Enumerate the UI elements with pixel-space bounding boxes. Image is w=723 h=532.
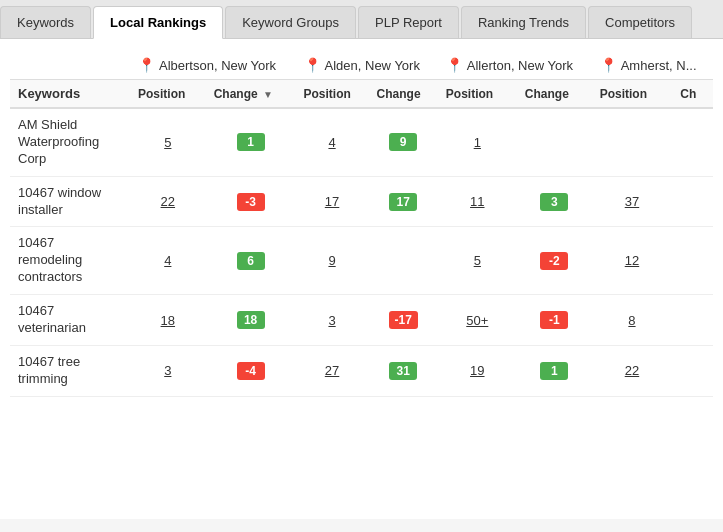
position-cell[interactable]: 27 bbox=[296, 345, 369, 396]
change-cell bbox=[672, 176, 713, 227]
rankings-table: 📍 Albertson, New York 📍 Alden, New York … bbox=[10, 51, 713, 397]
position-value[interactable]: 3 bbox=[328, 313, 335, 328]
column-header-row: Keywords Position Change ▼ Position Chan… bbox=[10, 80, 713, 109]
tab-keyword-groups[interactable]: Keyword Groups bbox=[225, 6, 356, 38]
tab-keywords[interactable]: Keywords bbox=[0, 6, 91, 38]
change-cell bbox=[672, 227, 713, 295]
change-badge: 17 bbox=[389, 193, 417, 211]
change-cell: -4 bbox=[206, 345, 296, 396]
position-value[interactable]: 19 bbox=[470, 363, 484, 378]
position-value[interactable]: 9 bbox=[328, 253, 335, 268]
change-cell: 17 bbox=[369, 176, 438, 227]
position-cell[interactable]: 17 bbox=[296, 176, 369, 227]
keyword-cell[interactable]: 10467 window installer bbox=[10, 176, 130, 227]
change-cell: 18 bbox=[206, 295, 296, 346]
change-cell: -2 bbox=[517, 227, 592, 295]
position-cell[interactable]: 4 bbox=[296, 108, 369, 176]
location-amherst: 📍 Amherst, N... bbox=[592, 51, 713, 80]
col-header-keywords: Keywords bbox=[10, 80, 130, 109]
position-cell[interactable]: 22 bbox=[130, 176, 206, 227]
position-cell[interactable]: 4 bbox=[130, 227, 206, 295]
change-cell bbox=[672, 295, 713, 346]
change-badge: -3 bbox=[237, 193, 265, 211]
position-value[interactable]: 1 bbox=[474, 135, 481, 150]
main-content: 📍 Albertson, New York 📍 Alden, New York … bbox=[0, 39, 723, 519]
keyword-cell[interactable]: 10467 remodeling contractors bbox=[10, 227, 130, 295]
position-cell[interactable]: 3 bbox=[296, 295, 369, 346]
location-header-row: 📍 Albertson, New York 📍 Alden, New York … bbox=[10, 51, 713, 80]
change-cell bbox=[369, 227, 438, 295]
position-cell[interactable]: 37 bbox=[592, 176, 673, 227]
keyword-cell[interactable]: AM Shield Waterproofing Corp bbox=[10, 108, 130, 176]
change-badge: 6 bbox=[237, 252, 265, 270]
position-cell[interactable]: 5 bbox=[438, 227, 517, 295]
position-cell[interactable]: 9 bbox=[296, 227, 369, 295]
tab-local-rankings[interactable]: Local Rankings bbox=[93, 6, 223, 39]
position-cell[interactable]: 19 bbox=[438, 345, 517, 396]
keyword-header-spacer bbox=[10, 51, 130, 80]
position-cell[interactable]: 18 bbox=[130, 295, 206, 346]
change-cell: -17 bbox=[369, 295, 438, 346]
change-cell: 3 bbox=[517, 176, 592, 227]
pin-icon-albertson: 📍 bbox=[138, 57, 155, 73]
col-header-albertson-change: Change ▼ bbox=[206, 80, 296, 109]
position-cell[interactable]: 3 bbox=[130, 345, 206, 396]
sort-arrow-icon[interactable]: ▼ bbox=[263, 89, 273, 100]
position-value[interactable]: 5 bbox=[164, 135, 171, 150]
keyword-cell[interactable]: 10467 veterinarian bbox=[10, 295, 130, 346]
tab-competitors[interactable]: Competitors bbox=[588, 6, 692, 38]
change-badge: -1 bbox=[540, 311, 568, 329]
table-row: 10467 tree trimming 3 -4 27 31 19 1 22 bbox=[10, 345, 713, 396]
position-value[interactable]: 12 bbox=[625, 253, 639, 268]
col-header-amherst-pos: Position bbox=[592, 80, 673, 109]
position-cell[interactable]: 11 bbox=[438, 176, 517, 227]
position-value[interactable]: 22 bbox=[625, 363, 639, 378]
location-albertson: 📍 Albertson, New York bbox=[130, 51, 296, 80]
position-value[interactable]: 37 bbox=[625, 194, 639, 209]
change-cell: 6 bbox=[206, 227, 296, 295]
table-row: 10467 remodeling contractors 4 6 9 5 -2 … bbox=[10, 227, 713, 295]
col-header-amherst-change-label: Ch bbox=[680, 87, 696, 101]
tab-plp-report[interactable]: PLP Report bbox=[358, 6, 459, 38]
change-cell bbox=[517, 108, 592, 176]
position-value[interactable]: 4 bbox=[164, 253, 171, 268]
position-value[interactable]: 17 bbox=[325, 194, 339, 209]
col-header-amherst-change: Ch bbox=[672, 80, 713, 109]
change-badge: 1 bbox=[540, 362, 568, 380]
position-value[interactable]: 5 bbox=[474, 253, 481, 268]
position-value[interactable]: 22 bbox=[161, 194, 175, 209]
location-label-allerton: Allerton, New York bbox=[467, 58, 573, 73]
change-badge: 9 bbox=[389, 133, 417, 151]
change-cell: 31 bbox=[369, 345, 438, 396]
location-label-amherst: Amherst, N... bbox=[621, 58, 697, 73]
tab-bar: KeywordsLocal RankingsKeyword GroupsPLP … bbox=[0, 0, 723, 39]
change-cell: -1 bbox=[517, 295, 592, 346]
position-cell[interactable]: 1 bbox=[438, 108, 517, 176]
change-cell: -3 bbox=[206, 176, 296, 227]
rankings-table-container: 📍 Albertson, New York 📍 Alden, New York … bbox=[10, 51, 713, 397]
position-value[interactable]: 3 bbox=[164, 363, 171, 378]
position-value[interactable]: 4 bbox=[328, 135, 335, 150]
change-cell: 1 bbox=[517, 345, 592, 396]
location-label-albertson: Albertson, New York bbox=[159, 58, 276, 73]
change-badge: 18 bbox=[237, 311, 265, 329]
tab-ranking-trends[interactable]: Ranking Trends bbox=[461, 6, 586, 38]
change-badge: 31 bbox=[389, 362, 417, 380]
col-header-alden-change: Change bbox=[369, 80, 438, 109]
position-value[interactable]: 50+ bbox=[466, 313, 488, 328]
keyword-cell[interactable]: 10467 tree trimming bbox=[10, 345, 130, 396]
position-cell[interactable]: 12 bbox=[592, 227, 673, 295]
col-header-albertson-pos: Position bbox=[130, 80, 206, 109]
table-row: AM Shield Waterproofing Corp 5 1 4 9 1 bbox=[10, 108, 713, 176]
position-value[interactable]: 18 bbox=[161, 313, 175, 328]
position-value[interactable]: 11 bbox=[470, 194, 484, 209]
position-value[interactable]: 8 bbox=[628, 313, 635, 328]
position-cell[interactable]: 8 bbox=[592, 295, 673, 346]
position-cell[interactable]: 22 bbox=[592, 345, 673, 396]
table-row: 10467 window installer 22 -3 17 17 11 3 … bbox=[10, 176, 713, 227]
position-cell[interactable]: 5 bbox=[130, 108, 206, 176]
col-header-alden-pos: Position bbox=[296, 80, 369, 109]
position-value[interactable]: 27 bbox=[325, 363, 339, 378]
table-row: 10467 veterinarian 18 18 3 -17 50+ -1 8 bbox=[10, 295, 713, 346]
position-cell[interactable]: 50+ bbox=[438, 295, 517, 346]
